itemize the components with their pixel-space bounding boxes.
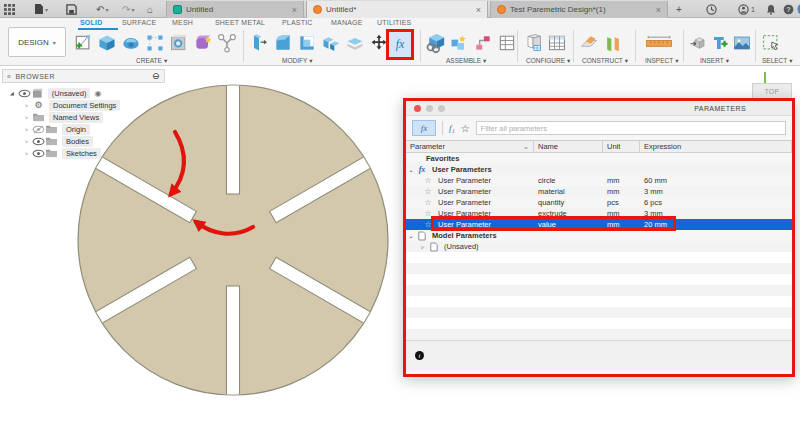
split-body-icon[interactable]	[344, 31, 366, 55]
visibility-eye-icon[interactable]	[32, 136, 45, 147]
parameter-row-value-selected[interactable]: ☆User Parameter value mm 20 mm	[406, 219, 792, 230]
assemble-group-label[interactable]: ASSEMBLE▾	[446, 57, 486, 65]
new-tab-button[interactable]: +	[676, 1, 682, 17]
user-parameters-group-row[interactable]: ⌄ fx User Parameters	[406, 164, 792, 175]
root-component-label[interactable]: (Unsaved)	[48, 88, 91, 99]
construct-group-label[interactable]: CONSTRUCT▾	[582, 57, 628, 65]
close-tab-icon[interactable]: ×	[284, 5, 297, 15]
inspect-group-label[interactable]: INSPECT▾	[645, 57, 678, 65]
job-status-icon[interactable]: 1	[738, 1, 755, 17]
workspace-selector-design[interactable]: DESIGN ▾	[8, 27, 66, 57]
browser-item-named-views[interactable]: ▹ Named Views	[2, 111, 170, 123]
insert-mesh-icon[interactable]	[688, 31, 708, 55]
close-tab-icon[interactable]: ×	[468, 5, 481, 15]
fillet-icon[interactable]	[272, 31, 294, 55]
close-tab-icon[interactable]: ×	[648, 5, 661, 15]
insert-derive-icon[interactable]	[424, 31, 446, 55]
midplane-icon[interactable]	[602, 31, 624, 55]
collapse-chevron-icon[interactable]: ⌄	[406, 167, 416, 173]
dialog-titlebar[interactable]: PARAMETERS	[406, 101, 792, 116]
favorite-star-icon[interactable]: ☆	[422, 220, 434, 229]
info-icon[interactable]: i	[415, 351, 424, 360]
select-icon[interactable]	[760, 31, 782, 55]
favorite-star-icon[interactable]: ☆	[422, 176, 434, 185]
parameter-row-material[interactable]: ☆User Parameter material mm 3 mm	[406, 186, 792, 197]
pattern-sketch-icon[interactable]	[144, 31, 166, 55]
model-unsaved-row[interactable]: ▹ (Unsaved)	[406, 241, 792, 252]
sort-chevron-icon[interactable]: ⌄	[523, 142, 529, 151]
column-header-parameter[interactable]: Parameter ⌄	[406, 141, 534, 152]
model-parameters-group-row[interactable]: ⌄ Model Parameters	[406, 230, 792, 241]
favorite-star-icon[interactable]: ☆	[422, 187, 434, 196]
close-window-icon[interactable]	[414, 105, 421, 112]
parameter-row-circle[interactable]: ☆User Parameter circle mm 60 mm	[406, 175, 792, 186]
browser-item-sketches[interactable]: ▹ Sketches	[2, 147, 170, 159]
ribbon-tab-manage[interactable]: MANAGE	[331, 19, 363, 26]
shell-icon[interactable]	[296, 31, 318, 55]
insert-group-label[interactable]: INSERT▾	[700, 57, 729, 65]
favorites-group-row[interactable]: Favorites	[406, 153, 792, 164]
visibility-eye-icon[interactable]	[18, 88, 31, 99]
insert-image-icon[interactable]	[732, 31, 752, 55]
press-pull-icon[interactable]	[248, 31, 270, 55]
browser-item-document-settings[interactable]: ▹ ⚙ Document Settings	[2, 99, 170, 111]
ribbon-tab-surface[interactable]: SURFACE	[122, 19, 156, 26]
column-header-unit[interactable]: Unit	[603, 141, 640, 152]
browser-item-bodies[interactable]: ▹ Bodies	[2, 135, 170, 147]
expand-chevron-icon[interactable]: ▹	[22, 114, 32, 120]
configuration-cube-icon[interactable]	[522, 31, 544, 55]
browser-root-row[interactable]: ◢ (Unsaved) ◉	[2, 87, 170, 99]
document-tab-untitled[interactable]: Untitled ×	[166, 1, 304, 18]
zoom-window-icon[interactable]	[438, 105, 445, 112]
save-icon[interactable]	[66, 2, 77, 16]
create-group-label[interactable]: CREATE▾	[136, 57, 167, 65]
bom-table-icon[interactable]	[496, 31, 518, 55]
expand-chevron-icon[interactable]: ▹	[418, 244, 428, 250]
ribbon-tab-solid[interactable]: SOLID	[80, 19, 102, 26]
visibility-off-eye-icon[interactable]	[32, 124, 45, 135]
ribbon-tab-utilities[interactable]: UTILITIES	[377, 19, 411, 26]
filter-parameters-input[interactable]	[476, 121, 786, 135]
create-sketch-icon[interactable]	[72, 31, 94, 55]
notifications-bell-icon[interactable]	[766, 1, 776, 17]
joint-icon[interactable]	[472, 31, 494, 55]
column-header-name[interactable]: Name	[534, 141, 603, 152]
expand-chevron-icon[interactable]: ▹	[22, 150, 32, 156]
redo-icon[interactable]: ↷▾	[122, 2, 134, 16]
extrude-icon[interactable]	[96, 31, 118, 55]
undo-icon[interactable]: ↶▾	[96, 2, 108, 16]
change-parameters-fx-button[interactable]: fx	[386, 29, 414, 60]
tree-corner-icon[interactable]: ◢	[10, 90, 14, 96]
new-component-icon[interactable]	[448, 31, 470, 55]
expand-chevron-icon[interactable]: ▹	[22, 138, 32, 144]
browser-item-origin[interactable]: ▹ Origin	[2, 123, 170, 135]
offset-plane-icon[interactable]	[578, 31, 600, 55]
activate-radio-icon[interactable]: ◉	[94, 89, 101, 98]
pattern-feature-icon[interactable]	[192, 31, 214, 55]
document-tab-test-parametric[interactable]: Test Paremetric Design*(1) ×	[490, 1, 668, 18]
help-icon[interactable]: ?	[783, 1, 794, 17]
favorite-star-icon[interactable]: ☆	[422, 209, 434, 218]
history-icon[interactable]	[706, 1, 717, 17]
parameter-row-quantity[interactable]: ☆User Parameter quantity pcs 6 pcs	[406, 197, 792, 208]
modify-group-label[interactable]: MODIFY▾	[282, 57, 313, 65]
parameter-row-exctrude[interactable]: ☆User Parameter exctrude mm 3 mm	[406, 208, 792, 219]
configure-group-label[interactable]: CONFIGURE▾	[526, 57, 570, 65]
combine-icon[interactable]	[320, 31, 342, 55]
column-header-expression[interactable]: Expression	[640, 141, 792, 152]
minimize-window-icon[interactable]	[426, 105, 433, 112]
file-menu-icon[interactable]: ▾	[34, 2, 48, 16]
mirror-icon[interactable]	[216, 31, 238, 55]
expand-chevron-icon[interactable]: ▹	[22, 126, 32, 132]
revolve-icon[interactable]	[120, 31, 142, 55]
home-icon[interactable]: ⌂	[147, 2, 153, 16]
insert-text-icon[interactable]	[710, 31, 730, 55]
user-parameters-fx-button[interactable]: fx	[412, 120, 436, 136]
collapse-all-icon[interactable]: ⊖	[152, 71, 160, 81]
configuration-table-icon[interactable]	[546, 31, 568, 55]
browser-header[interactable]: « BROWSER ⊖	[2, 69, 165, 83]
select-group-label[interactable]: SELECT▾	[762, 57, 793, 65]
ribbon-tab-mesh[interactable]: MESH	[172, 19, 193, 26]
visibility-eye-icon[interactable]	[32, 148, 45, 159]
collapse-panel-icon[interactable]: «	[7, 73, 11, 80]
